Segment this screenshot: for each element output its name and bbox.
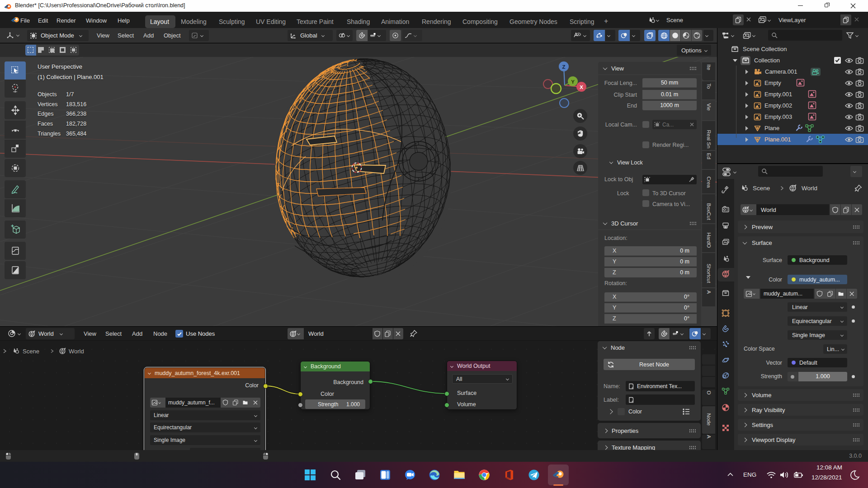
svg-text:X: X: [580, 84, 583, 90]
svg-text:Z: Z: [562, 64, 565, 70]
svg-text:Y: Y: [571, 79, 575, 84]
